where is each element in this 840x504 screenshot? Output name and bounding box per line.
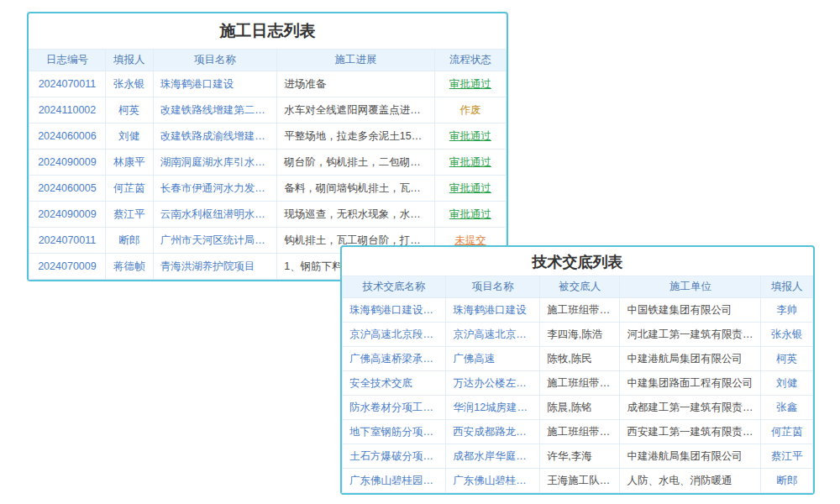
table-row: 2024060006 刘健 改建铁路成渝线增建第二... 平整场地，拉走多余泥土… (29, 123, 507, 150)
reporter-link[interactable]: 断郎 (105, 228, 153, 254)
log-id-link[interactable]: 2024070009 (29, 254, 106, 280)
construction-unit-text: 中建集团路面工程有限公司 (620, 371, 761, 396)
log-id-link[interactable]: 2024070011 (29, 228, 106, 254)
technical-disclosure-table-header: 技术交底名称 项目名称 被交底人 施工单位 填报人 (343, 276, 813, 298)
project-name-link[interactable]: 广州市天河区统计局机房... (153, 228, 277, 254)
log-id-link[interactable]: 2024060005 (29, 176, 106, 202)
project-name-link[interactable]: 珠海鹤港口建设 (446, 298, 540, 323)
project-name-link[interactable]: 西安成都路龙湖上... (446, 420, 540, 444)
log-id-link[interactable]: 2024090009 (29, 202, 106, 228)
status-badge[interactable]: 审批通过 (434, 123, 506, 150)
table-row: 防水卷材分项工程施... 华润12城房建工... 陈晨,陈铭 成都建工第一建筑有… (343, 396, 813, 420)
project-name-link[interactable]: 广东佛山碧桂园项目 (446, 469, 540, 493)
project-name-link[interactable]: 长春市伊通河水力发电厂... (153, 176, 277, 202)
status-badge[interactable]: 审批通过 (434, 176, 506, 202)
reporter-link[interactable]: 张永银 (105, 71, 153, 97)
table-row: 广佛高速桥梁承台施... 广佛高速 陈牧,陈民 中建港航局集团有限公司 柯英 (343, 347, 813, 371)
reporter-link[interactable]: 张鑫 (761, 396, 813, 420)
table-row: 2024090009 蔡江平 云南水利枢纽潜明水库一... 现场巡查，无积水现象… (29, 202, 507, 228)
receiver-text: 陈牧,陈民 (540, 347, 620, 371)
column-header-reporter: 填报人 (105, 50, 153, 71)
technical-disclosure-panel: 技术交底列表 技术交底名称 项目名称 被交底人 施工单位 填报人 珠海鹤港口建设… (340, 245, 815, 495)
disclosure-name-link[interactable]: 珠海鹤港口建设抗浮... (343, 298, 446, 323)
project-name-link[interactable]: 湖南洞庭湖水库引水工程... (153, 150, 277, 176)
project-name-link[interactable]: 成都水岸华庭名苑... (446, 444, 540, 469)
disclosure-name-link[interactable]: 地下室钢筋分项工程... (343, 420, 446, 444)
table-row: 珠海鹤港口建设抗浮... 珠海鹤港口建设 施工班组带班... 中国铁建集团有限公… (343, 298, 813, 323)
reporter-link[interactable]: 蒋德帧 (105, 254, 153, 280)
table-row: 2024070011 张永银 珠海鹤港口建设 进场准备 审批通过 (29, 71, 507, 97)
project-name-link[interactable]: 珠海鹤港口建设 (153, 71, 277, 97)
column-header-disclosure-name: 技术交底名称 (343, 276, 446, 298)
disclosure-name-link[interactable]: 安全技术交底 (343, 371, 446, 396)
construction-unit-text: 中国铁建集团有限公司 (620, 298, 761, 323)
construction-unit-text: 河北建工第一建筑有限责任公司 (620, 323, 761, 347)
progress-text: 进场准备 (277, 71, 434, 97)
disclosure-name-link[interactable]: 防水卷材分项工程施... (343, 396, 446, 420)
log-id-link[interactable]: 2024060006 (29, 123, 106, 150)
receiver-text: 王海施工队全队 (540, 469, 620, 493)
progress-text: 砌台阶，钩机排土，二包砌间... (277, 150, 434, 176)
receiver-text: 许华,李海 (540, 444, 620, 469)
table-row: 2024060005 何芷茵 长春市伊通河水力发电厂... 备料，砌间墙钩机排土… (29, 176, 507, 202)
construction-log-table-header: 日志编号 填报人 项目名称 施工进展 流程状态 (29, 50, 507, 71)
receiver-text: 陈晨,陈铭 (540, 396, 620, 420)
receiver-text: 李四海,陈浩 (540, 323, 620, 347)
column-header-log-id: 日志编号 (29, 50, 106, 71)
construction-unit-text: 西安建工第一建筑有限责任公司 (620, 420, 761, 444)
log-id-link[interactable]: 2024110002 (29, 97, 106, 123)
technical-disclosure-table: 技术交底名称 项目名称 被交底人 施工单位 填报人 珠海鹤港口建设抗浮... 珠… (342, 276, 813, 493)
receiver-text: 施工班组带班... (540, 371, 620, 396)
project-name-link[interactable]: 华润12城房建工... (446, 396, 540, 420)
reporter-link[interactable]: 林康平 (105, 150, 153, 176)
construction-unit-text: 人防、水电、消防暖通 (620, 469, 761, 493)
reporter-link[interactable]: 蔡江平 (761, 444, 813, 469)
reporter-link[interactable]: 柯英 (761, 347, 813, 371)
table-row: 土石方爆破分项工程... 成都水岸华庭名苑... 许华,李海 中建港航局集团有限… (343, 444, 813, 469)
header-row: 日志编号 填报人 项目名称 施工进展 流程状态 (29, 50, 507, 71)
status-badge[interactable]: 作废 (434, 97, 506, 123)
reporter-link[interactable]: 蔡江平 (105, 202, 153, 228)
project-name-link[interactable]: 改建铁路成渝线增建第二... (153, 123, 277, 150)
reporter-link[interactable]: 李帅 (761, 298, 813, 323)
column-header-construction-unit: 施工单位 (620, 276, 761, 298)
construction-unit-text: 成都建工第一建筑有限责任公司 (620, 396, 761, 420)
reporter-link[interactable]: 何芷茵 (761, 420, 813, 444)
receiver-text: 施工班组带班... (540, 420, 620, 444)
project-name-link[interactable]: 万达办公楼左侧A... (446, 371, 540, 396)
reporter-link[interactable]: 柯英 (105, 97, 153, 123)
log-id-link[interactable]: 2024070011 (29, 71, 106, 97)
reporter-link[interactable]: 张永银 (761, 323, 813, 347)
reporter-link[interactable]: 刘健 (105, 123, 153, 150)
status-badge[interactable]: 审批通过 (434, 150, 506, 176)
disclosure-name-link[interactable]: 广东佛山碧桂园项目... (343, 469, 446, 493)
table-row: 京沪高速北京段维修... 京沪高速北京段维修 李四海,陈浩 河北建工第一建筑有限… (343, 323, 813, 347)
disclosure-name-link[interactable]: 京沪高速北京段维修... (343, 323, 446, 347)
technical-disclosure-table-body: 珠海鹤港口建设抗浮... 珠海鹤港口建设 施工班组带班... 中国铁建集团有限公… (343, 298, 813, 493)
technical-disclosure-panel-title: 技术交底列表 (342, 247, 813, 276)
table-row: 地下室钢筋分项工程... 西安成都路龙湖上... 施工班组带班... 西安建工第… (343, 420, 813, 444)
project-name-link[interactable]: 京沪高速北京段维修 (446, 323, 540, 347)
table-row: 2024110002 柯英 改建铁路线增建第二线直... 水车对全线遮阳网覆盖点… (29, 97, 507, 123)
project-name-link[interactable]: 改建铁路线增建第二线直... (153, 97, 277, 123)
log-id-link[interactable]: 2024090009 (29, 150, 106, 176)
column-header-receiver: 被交底人 (540, 276, 620, 298)
construction-log-panel-title: 施工日志列表 (29, 13, 507, 49)
construction-unit-text: 中建港航局集团有限公司 (620, 444, 761, 469)
status-badge[interactable]: 审批通过 (434, 71, 506, 97)
disclosure-name-link[interactable]: 广佛高速桥梁承台施... (343, 347, 446, 371)
column-header-progress: 施工进展 (277, 50, 434, 71)
reporter-link[interactable]: 刘健 (761, 371, 813, 396)
table-row: 广东佛山碧桂园项目... 广东佛山碧桂园项目 王海施工队全队 人防、水电、消防暖… (343, 469, 813, 493)
reporter-link[interactable]: 何芷茵 (105, 176, 153, 202)
column-header-status: 流程状态 (434, 50, 506, 71)
disclosure-name-link[interactable]: 土石方爆破分项工程... (343, 444, 446, 469)
progress-text: 备料，砌间墙钩机排土，瓦工... (277, 176, 434, 202)
project-name-link[interactable]: 云南水利枢纽潜明水库一... (153, 202, 277, 228)
status-badge[interactable]: 审批通过 (434, 202, 506, 228)
header-row: 技术交底名称 项目名称 被交底人 施工单位 填报人 (343, 276, 813, 298)
project-name-link[interactable]: 广佛高速 (446, 347, 540, 371)
receiver-text: 施工班组带班... (540, 298, 620, 323)
reporter-link[interactable]: 断郎 (761, 469, 813, 493)
project-name-link[interactable]: 青海洪湖养护院项目 (153, 254, 277, 280)
